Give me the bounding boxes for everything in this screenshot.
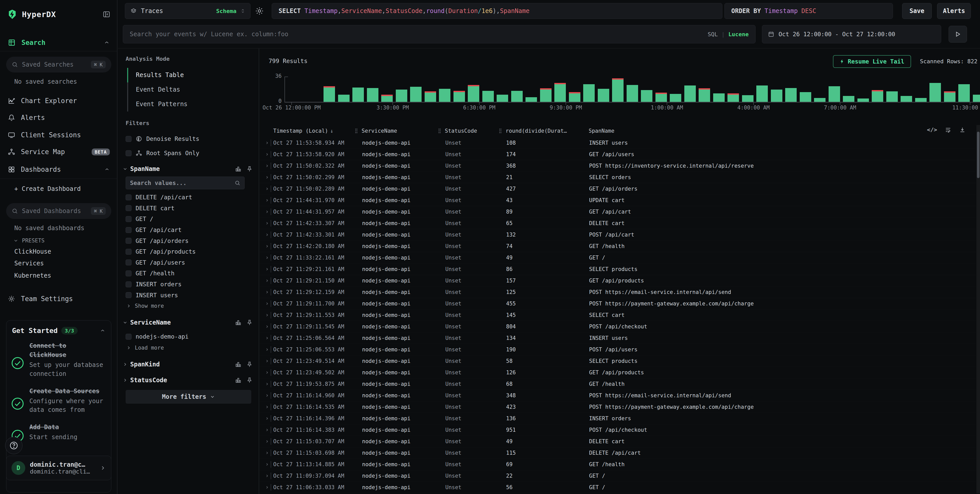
preset-item-kubernetes[interactable]: Kubernetes [14,272,51,279]
expand-row-icon[interactable] [264,428,270,432]
more-filters-button[interactable]: More filters [126,390,251,403]
preset-item-clickhouse[interactable]: ClickHouse [14,248,51,255]
column-header-duration[interactable]: round(divide(Durat… [498,128,581,134]
drag-handle-icon[interactable] [355,128,360,134]
expand-row-icon[interactable] [264,359,270,363]
table-row[interactable]: Oct 27 11:29:11.553 AMnodejs-demo-apiUns… [259,310,976,321]
sidebar-item-team-settings[interactable]: Team Settings [0,291,118,307]
checkbox[interactable] [126,194,132,200]
filter-value-option[interactable]: GET /health [126,268,251,279]
column-header-servicename[interactable]: ServiceName [355,128,438,134]
expand-row-icon[interactable] [264,324,270,329]
get-started-task[interactable]: Create Data SourcesConfigure where your … [6,383,111,419]
lang-sql[interactable]: SQL [708,31,718,38]
expand-row-icon[interactable] [264,164,270,168]
column-header-statuscode[interactable]: StatusCode [438,128,498,134]
sidebar-collapse-icon[interactable] [103,11,110,18]
source-select[interactable]: Traces Schema [125,3,250,19]
expand-row-icon[interactable] [264,382,270,386]
sidebar-item-service-map[interactable]: Service MapBETA [0,143,118,160]
order-by-input[interactable]: ORDER BY Timestamp DESC [724,3,893,19]
filter-group-header-spanname[interactable]: SpanName [123,162,253,176]
checkbox[interactable] [126,238,132,244]
expand-row-icon[interactable] [264,302,270,306]
sidebar-item-alerts[interactable]: Alerts [0,109,118,126]
pin-icon[interactable] [246,319,253,326]
filter-value-search-input[interactable]: Search values... [126,176,245,189]
expand-row-icon[interactable] [264,175,270,179]
expand-row-icon[interactable] [264,210,270,214]
bar-chart-icon[interactable] [235,165,242,172]
table-row[interactable]: Oct 27 11:50:02.289 AMnodejs-demo-apiUns… [259,183,976,195]
presets-toggle[interactable]: PRESETS [13,238,45,244]
results-histogram-chart[interactable]: 36 0 Oct 26 12:00:00 PM3:30:00 PM6:30:00… [259,48,980,115]
table-row[interactable]: Oct 27 11:29:21.161 AMnodejs-demo-apiUns… [259,264,976,275]
expand-row-icon[interactable] [264,187,270,191]
expand-row-icon[interactable] [264,485,270,489]
scrollbar-track[interactable] [977,125,980,494]
help-button[interactable] [5,437,22,454]
language-toggle[interactable]: SQL|Lucene [708,31,749,38]
expand-row-icon[interactable] [264,279,270,283]
chevron-up-icon[interactable] [100,328,105,334]
table-row[interactable]: Oct 27 11:25:06.564 AMnodejs-demo-apiUns… [259,332,976,344]
text-wrap-icon[interactable] [945,127,951,133]
table-row[interactable]: Oct 27 11:16:14.960 AMnodejs-demo-apiUns… [259,390,976,401]
saved-dashboards-input[interactable]: Saved Dashboards ⌘ K [6,203,111,219]
get-started-task[interactable]: Add DataStart sending [6,418,111,446]
filter-toggle-denoise-results[interactable]: Denoise Results [126,132,251,145]
column-header-spanname[interactable]: SpanName [589,128,966,134]
table-row[interactable]: Oct 27 11:16:14.535 AMnodejs-demo-apiUns… [259,401,976,413]
show-more-link[interactable]: Show more [126,300,164,311]
filter-group-header-spankind[interactable]: SpanKind [123,358,253,371]
expand-row-icon[interactable] [264,290,270,294]
analysis-mode-event-patterns[interactable]: Event Patterns [127,97,245,111]
checkbox[interactable] [126,292,132,298]
sidebar-item-search[interactable]: Search [0,34,118,51]
pin-icon[interactable] [246,361,253,368]
checkbox[interactable] [126,249,132,255]
table-row[interactable]: Oct 27 11:29:12.159 AMnodejs-demo-apiUns… [259,287,976,298]
pin-icon[interactable] [246,165,253,172]
filter-group-header-statuscode[interactable]: StatusCode [123,373,253,387]
table-row[interactable]: Oct 27 11:33:22.161 AMnodejs-demo-apiUns… [259,252,976,264]
bar-chart-icon[interactable] [235,361,242,368]
checkbox[interactable] [126,334,132,340]
filter-value-option[interactable]: GET /api/cart [126,224,251,235]
expand-row-icon[interactable] [264,394,270,397]
filter-value-option[interactable]: GET /api/products [126,246,251,257]
expand-row-icon[interactable] [264,152,270,156]
expand-row-icon[interactable] [264,405,270,409]
table-row[interactable]: Oct 27 11:09:37.094 AMnodejs-demo-apiUns… [259,470,976,482]
analysis-mode-event-deltas[interactable]: Event Deltas [127,83,245,97]
filter-toggle-root-spans-only[interactable]: Root Spans Only [126,146,251,160]
expand-row-icon[interactable] [264,416,270,421]
checkbox[interactable] [126,270,132,276]
filter-value-option[interactable]: GET /api/orders [126,235,251,246]
expand-row-icon[interactable] [264,267,270,271]
column-header-timestamp[interactable]: Timestamp (Local)↓ [273,128,362,134]
source-settings-gear-icon[interactable] [255,6,264,16]
filter-group-header-servicename[interactable]: ServiceName [123,316,253,329]
alerts-button[interactable]: Alerts [937,3,971,19]
create-dashboard-button[interactable]: + Create Dashboard [14,185,81,192]
table-row[interactable]: Oct 27 11:06:33.033 AMnodejs-demo-apiUns… [259,482,976,493]
table-row[interactable]: Oct 27 11:42:33.307 AMnodejs-demo-apiUns… [259,218,976,229]
bar-chart-icon[interactable] [235,319,242,326]
expand-row-icon[interactable] [264,439,270,443]
checkbox[interactable] [126,205,132,211]
table-row[interactable]: Oct 27 11:29:11.700 AMnodejs-demo-apiUns… [259,298,976,310]
expand-row-icon[interactable] [264,370,270,375]
analysis-mode-results-table[interactable]: Results Table [127,68,245,83]
drag-handle-icon[interactable] [438,128,443,134]
table-row[interactable]: Oct 27 11:13:14.885 AMnodejs-demo-apiUns… [259,459,976,470]
checkbox[interactable] [126,259,132,265]
expand-row-icon[interactable] [264,198,270,202]
table-row[interactable]: Oct 27 11:50:02.299 AMnodejs-demo-apiUns… [259,172,976,183]
expand-row-icon[interactable] [264,221,270,225]
expand-row-icon[interactable] [264,313,270,317]
saved-searches-input[interactable]: Saved Searches ⌘ K [6,57,111,73]
user-menu[interactable]: D dominic.tran@c… dominic.tran@cli… [6,456,111,480]
filter-value-option[interactable]: DELETE /api/cart [126,192,251,203]
expand-row-icon[interactable] [264,451,270,455]
